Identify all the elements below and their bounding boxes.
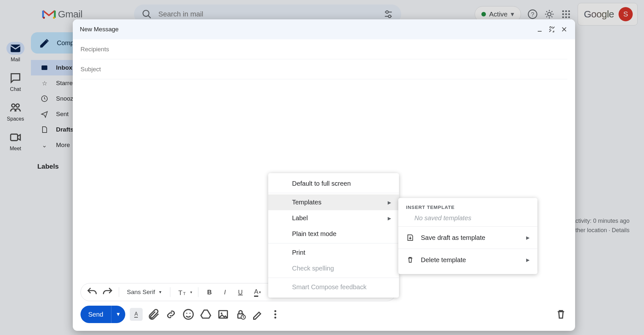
svg-text:T: T: [183, 291, 185, 296]
emoji-icon[interactable]: [182, 308, 195, 321]
svg-point-30: [186, 313, 187, 314]
menu-templates[interactable]: Templates▶: [268, 194, 399, 210]
rail-mail[interactable]: Mail: [6, 42, 24, 63]
google-wordmark: Google: [584, 9, 614, 20]
font-family-select[interactable]: Sans Serif ▼: [124, 289, 165, 296]
drafts-icon: [41, 126, 48, 133]
avatar[interactable]: S: [619, 7, 633, 21]
svg-point-8: [548, 13, 551, 16]
svg-text:?: ?: [531, 11, 534, 18]
recipients-input[interactable]: [80, 46, 567, 53]
menu-plain-text[interactable]: Plain text mode: [268, 226, 399, 242]
menu-default-fullscreen[interactable]: Default to full screen: [268, 176, 399, 192]
search-icon[interactable]: [142, 9, 152, 19]
more-options-menu: Default to full screen Templates▶ Label▶…: [268, 173, 399, 298]
svg-rect-22: [42, 65, 47, 70]
rail-spaces[interactable]: Spaces: [6, 101, 24, 122]
close-icon[interactable]: [560, 25, 568, 33]
gmail-logo[interactable]: Gmail: [42, 9, 82, 20]
svg-point-19: [12, 104, 15, 107]
drive-icon[interactable]: [199, 308, 212, 321]
templates-submenu: INSERT TEMPLATE No saved templates Save …: [398, 198, 537, 274]
save-icon: [406, 233, 414, 242]
submenu-insert-heading: INSERT TEMPLATE: [398, 201, 537, 212]
trash-icon: [406, 256, 414, 264]
svg-point-10: [565, 10, 567, 12]
signature-icon[interactable]: [251, 308, 264, 321]
svg-point-0: [143, 10, 149, 16]
spaces-icon: [6, 101, 24, 114]
menu-label[interactable]: Label▶: [268, 210, 399, 226]
minimize-icon[interactable]: [536, 25, 544, 33]
italic-icon[interactable]: I: [219, 286, 231, 298]
apps-grid-icon[interactable]: [561, 9, 571, 19]
font-size-icon[interactable]: TT▼: [175, 286, 193, 298]
menu-check-spelling[interactable]: Check spelling: [268, 261, 399, 276]
insert-image-icon[interactable]: [217, 308, 230, 321]
menu-smart-compose-feedback[interactable]: Smart Compose feedback: [268, 279, 399, 295]
svg-point-20: [16, 104, 19, 107]
redo-icon[interactable]: [101, 286, 114, 298]
svg-point-15: [562, 16, 564, 18]
insert-link-icon[interactable]: [165, 308, 177, 321]
search-options-icon[interactable]: [383, 9, 393, 19]
chevron-down-icon: ▼: [158, 290, 162, 294]
underline-icon[interactable]: U: [234, 286, 247, 298]
settings-gear-icon[interactable]: [544, 9, 554, 19]
google-account-box[interactable]: Google S: [578, 3, 638, 25]
clock-icon: [41, 95, 48, 103]
gmail-wordmark: Gmail: [58, 9, 82, 20]
submenu-save-draft-template[interactable]: Save draft as template ▶: [398, 227, 537, 249]
attach-icon[interactable]: [147, 308, 160, 321]
svg-text:T: T: [178, 289, 182, 296]
chevron-right-icon: ▶: [388, 216, 391, 221]
formatting-toggle-icon[interactable]: A: [130, 308, 143, 321]
send-options-dropdown[interactable]: ▼: [111, 306, 125, 323]
status-label: Active: [489, 10, 507, 18]
svg-point-33: [221, 312, 222, 314]
svg-point-17: [568, 16, 570, 18]
bold-icon[interactable]: B: [204, 286, 216, 298]
compose-header[interactable]: New Message: [73, 19, 575, 39]
search-input[interactable]: [158, 10, 383, 18]
confidential-mode-icon[interactable]: [234, 308, 247, 321]
svg-point-11: [568, 10, 570, 12]
star-icon: ☆: [41, 80, 48, 87]
submenu-delete-template[interactable]: Delete template ▶: [398, 249, 537, 271]
meet-icon: [6, 131, 24, 144]
svg-point-12: [562, 13, 564, 15]
text-color-icon[interactable]: A ▼: [250, 286, 266, 298]
chevron-right-icon: ▶: [526, 257, 530, 262]
status-dot-icon: [481, 12, 486, 16]
rail-chat[interactable]: Chat: [6, 72, 24, 92]
svg-point-36: [274, 310, 276, 312]
menu-print[interactable]: Print: [268, 245, 399, 261]
chevron-right-icon: ▶: [526, 235, 530, 240]
chat-icon: [6, 72, 24, 84]
svg-rect-21: [11, 134, 18, 141]
discard-draft-icon[interactable]: [554, 308, 567, 321]
svg-point-38: [274, 317, 276, 319]
more-options-icon[interactable]: [269, 308, 282, 321]
chevron-down-icon: ⌄: [41, 142, 48, 149]
mail-icon: [6, 42, 24, 55]
svg-point-31: [189, 313, 190, 314]
chevron-down-icon: ▾: [511, 10, 514, 18]
gmail-m-icon: [42, 9, 56, 20]
subject-input[interactable]: [80, 66, 567, 73]
svg-point-9: [562, 10, 564, 12]
svg-point-37: [274, 313, 276, 315]
send-button[interactable]: Send ▼: [80, 306, 125, 323]
help-icon[interactable]: ?: [527, 9, 538, 19]
svg-point-29: [184, 310, 193, 319]
svg-point-4: [386, 11, 388, 13]
pencil-icon: [39, 32, 51, 54]
fullscreen-exit-icon[interactable]: [548, 25, 556, 33]
compose-title: New Message: [80, 26, 118, 33]
compose-action-bar: Send ▼ A: [73, 306, 575, 331]
rail-meet[interactable]: Meet: [6, 131, 24, 152]
details-link[interactable]: Details: [612, 227, 630, 233]
left-rail: Mail Chat Spaces Meet: [0, 3, 31, 152]
undo-icon[interactable]: [86, 286, 98, 298]
inbox-icon: [41, 64, 48, 72]
